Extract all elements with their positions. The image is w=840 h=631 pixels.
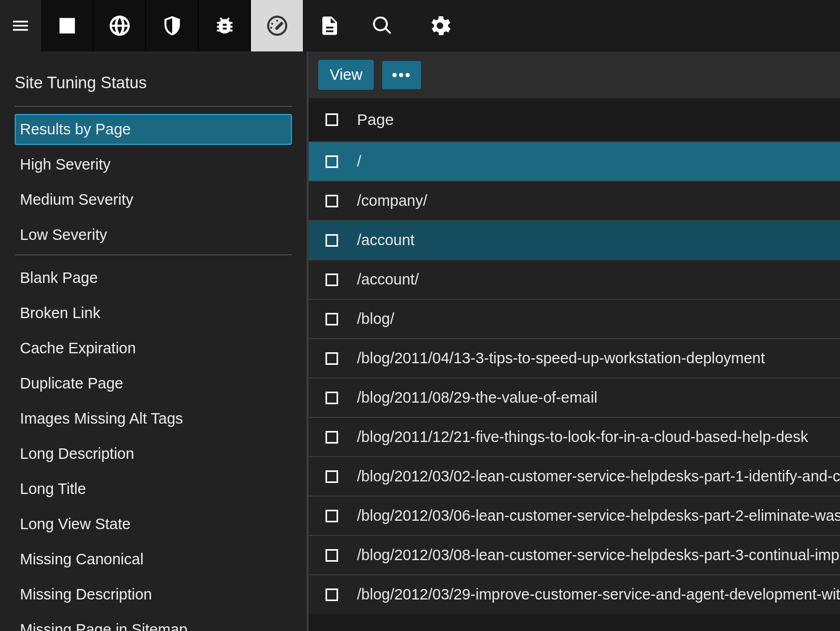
results-table: Page //company//account/account//blog//b… (309, 98, 840, 631)
sidebar-item[interactable]: Low Severity (15, 219, 292, 250)
sidebar-item[interactable]: Missing Page in Sitemap (15, 614, 292, 631)
row-checkbox[interactable] (326, 588, 338, 601)
table-row[interactable]: /blog/2012/03/02-lean-customer-service-h… (309, 456, 840, 496)
sidebar-item[interactable]: Medium Severity (15, 184, 292, 215)
sidebar-item[interactable]: Long View State (15, 509, 292, 540)
row-checkbox[interactable] (326, 234, 338, 247)
row-checkbox[interactable] (326, 431, 338, 444)
table-row[interactable]: /account (309, 220, 840, 259)
tab-performance[interactable] (251, 0, 303, 51)
tab-bugs[interactable] (198, 0, 251, 51)
table-header-row: Page (309, 98, 840, 141)
table-row[interactable]: /blog/2012/03/29-improve-customer-servic… (309, 574, 840, 614)
sidebar-item[interactable]: Broken Link (15, 298, 292, 329)
tab-dashboard[interactable] (41, 0, 93, 51)
row-checkbox[interactable] (326, 313, 338, 325)
page-path: /company/ (357, 192, 427, 209)
globe-icon (108, 14, 132, 38)
tab-globe[interactable] (93, 0, 146, 51)
view-button[interactable]: View (318, 60, 374, 90)
tab-search[interactable] (356, 0, 408, 51)
page-path: /blog/2012/03/08-lean-customer-service-h… (357, 546, 840, 564)
table-row[interactable]: /account/ (309, 259, 840, 299)
page-path: /blog/2012/03/02-lean-customer-service-h… (357, 468, 840, 485)
sidebar-item[interactable]: Cache Expiration (15, 333, 292, 364)
sidebar-item[interactable]: Blank Page (15, 262, 292, 293)
more-actions-button[interactable]: ••• (382, 61, 421, 89)
sidebar-item[interactable]: Duplicate Page (15, 368, 292, 399)
row-checkbox[interactable] (326, 352, 338, 365)
page-path: /blog/2012/03/06-lean-customer-service-h… (357, 507, 840, 524)
page-path: /account/ (357, 271, 419, 288)
sidebar-item[interactable]: Missing Description (15, 579, 292, 610)
bug-icon (213, 14, 236, 37)
tab-settings[interactable] (408, 0, 471, 51)
sidebar-item[interactable]: Missing Canonical (15, 544, 292, 575)
row-checkbox[interactable] (326, 470, 338, 483)
row-checkbox[interactable] (326, 392, 338, 404)
page-path: /blog/2011/12/21-five-things-to-look-for… (357, 428, 808, 446)
action-bar: View ••• (309, 51, 840, 98)
page-path: /account (357, 232, 415, 249)
divider (15, 255, 292, 255)
gauge-icon (265, 14, 289, 38)
row-checkbox[interactable] (326, 549, 338, 562)
main-panel: View ••• Page //company//account/account… (309, 51, 840, 631)
sidebar-item[interactable]: High Severity (15, 149, 292, 180)
table-row[interactable]: /blog/2012/03/06-lean-customer-service-h… (309, 496, 840, 535)
tab-document[interactable] (303, 0, 356, 51)
menu-button[interactable] (0, 0, 41, 51)
document-icon (319, 15, 341, 37)
divider (15, 106, 292, 107)
sidebar-item[interactable]: Long Title (15, 474, 292, 504)
table-row[interactable]: /blog/2011/04/13-3-tips-to-speed-up-work… (309, 338, 840, 377)
page-path: /blog/2011/04/13-3-tips-to-speed-up-work… (357, 350, 765, 367)
page-path: /blog/2011/08/29-the-value-of-email (357, 389, 597, 406)
sidebar-title: Site Tuning Status (15, 73, 292, 92)
select-all-checkbox[interactable] (326, 113, 338, 126)
page-path: /blog/ (357, 310, 394, 328)
table-row[interactable]: /company/ (309, 181, 840, 220)
table-row[interactable]: /blog/2011/08/29-the-value-of-email (309, 377, 840, 417)
table-row[interactable]: /blog/ (309, 299, 840, 338)
table-row[interactable]: /blog/2012/03/08-lean-customer-service-h… (309, 535, 840, 574)
row-checkbox[interactable] (326, 195, 338, 207)
page-path: /blog/2012/03/29-improve-customer-servic… (357, 586, 840, 603)
table-row[interactable]: / (309, 141, 840, 181)
top-toolbar (0, 0, 840, 51)
search-icon (371, 15, 393, 37)
gear-icon (427, 13, 453, 39)
page-path: / (357, 153, 361, 170)
table-row[interactable]: /blog/2011/12/21-five-things-to-look-for… (309, 417, 840, 456)
bar-chart-icon (56, 14, 79, 37)
row-checkbox[interactable] (326, 510, 338, 522)
column-header-page[interactable]: Page (357, 111, 394, 129)
menu-icon (10, 16, 30, 36)
sidebar: Site Tuning Status Results by PageHigh S… (0, 51, 309, 631)
row-checkbox[interactable] (326, 274, 338, 286)
row-checkbox[interactable] (326, 155, 338, 168)
sidebar-item[interactable]: Long Description (15, 438, 292, 469)
shield-icon (161, 14, 184, 37)
sidebar-item[interactable]: Results by Page (15, 114, 292, 145)
sidebar-item[interactable]: Images Missing Alt Tags (15, 403, 292, 434)
tab-security[interactable] (146, 0, 198, 51)
